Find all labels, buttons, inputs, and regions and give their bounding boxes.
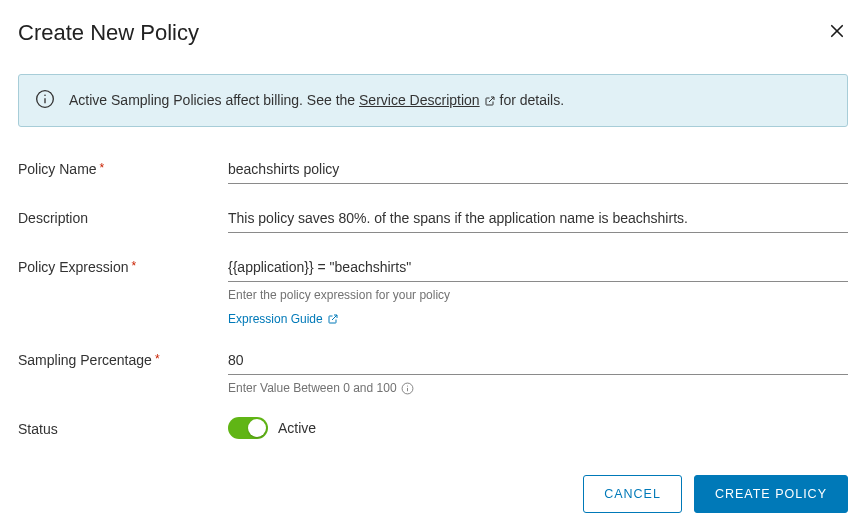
policy-expression-row: Policy Expression* Enter the policy expr… — [18, 255, 848, 326]
status-label: Status — [18, 417, 228, 437]
service-description-link[interactable]: Service Description — [359, 91, 496, 111]
banner-prefix: Active Sampling Policies affect billing.… — [69, 92, 359, 108]
policy-name-row: Policy Name* — [18, 157, 848, 184]
close-icon — [828, 22, 846, 40]
status-state-label: Active — [278, 420, 316, 436]
close-button[interactable] — [826, 20, 848, 42]
info-icon — [35, 89, 55, 112]
status-row: Status Active — [18, 417, 848, 443]
required-indicator: * — [100, 161, 105, 175]
sampling-percentage-helper: Enter Value Between 0 and 100 — [228, 381, 848, 395]
svg-point-8 — [407, 385, 408, 386]
description-row: Description — [18, 206, 848, 233]
service-description-link-label: Service Description — [359, 91, 480, 111]
cancel-button[interactable]: Cancel — [583, 475, 682, 513]
dialog-title: Create New Policy — [18, 20, 199, 46]
policy-name-input[interactable] — [228, 157, 848, 184]
external-link-icon — [327, 313, 339, 325]
create-policy-button[interactable]: Create Policy — [694, 475, 848, 513]
svg-line-5 — [489, 97, 494, 102]
description-input[interactable] — [228, 206, 848, 233]
info-banner: Active Sampling Policies affect billing.… — [18, 74, 848, 127]
description-label: Description — [18, 206, 228, 226]
policy-expression-input[interactable] — [228, 255, 848, 282]
policy-expression-label: Policy Expression* — [18, 255, 228, 275]
toggle-thumb — [248, 419, 266, 437]
toggle-track — [228, 417, 268, 439]
policy-expression-helper: Enter the policy expression for your pol… — [228, 288, 848, 302]
status-toggle[interactable]: Active — [228, 417, 316, 439]
dialog-footer: Cancel Create Policy — [583, 475, 848, 513]
external-link-icon — [484, 95, 496, 107]
svg-point-3 — [44, 94, 46, 96]
banner-text: Active Sampling Policies affect billing.… — [69, 91, 564, 111]
sampling-percentage-row: Sampling Percentage* Enter Value Between… — [18, 348, 848, 395]
required-indicator: * — [132, 259, 137, 273]
required-indicator: * — [155, 352, 160, 366]
expression-guide-link-label: Expression Guide — [228, 312, 323, 326]
policy-name-label: Policy Name* — [18, 157, 228, 177]
info-icon[interactable] — [401, 382, 414, 395]
sampling-percentage-input[interactable] — [228, 348, 848, 375]
dialog-header: Create New Policy — [18, 20, 848, 46]
banner-suffix: for details. — [500, 92, 565, 108]
expression-guide-link[interactable]: Expression Guide — [228, 312, 339, 326]
sampling-percentage-label: Sampling Percentage* — [18, 348, 228, 368]
svg-line-6 — [332, 315, 337, 320]
